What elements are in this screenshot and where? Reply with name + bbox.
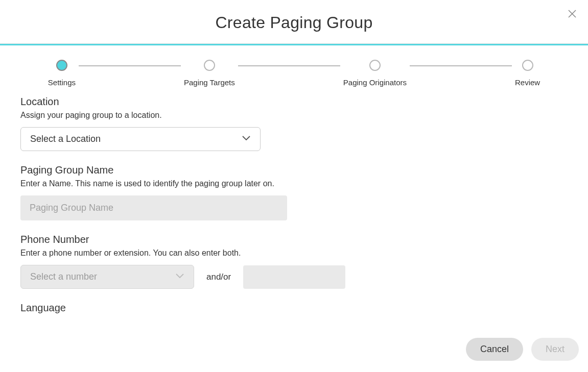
step-connector [410,65,512,66]
paging-group-name-input[interactable] [20,195,287,220]
phone-number-select[interactable]: Select a number [20,265,194,289]
chevron-down-icon [242,135,251,144]
step-settings[interactable]: Settings [48,60,76,87]
extension-input[interactable] [243,265,345,289]
close-icon [568,11,577,20]
step-circle-icon [369,60,381,71]
step-review[interactable]: Review [515,60,540,87]
step-circle-icon [204,60,215,71]
next-button[interactable]: Next [531,338,579,361]
step-circle-icon [56,60,67,71]
location-section: Location Assign your paging group to a l… [20,96,568,151]
phone-select-text: Select a number [30,271,97,282]
andor-label: and/or [206,272,231,282]
location-select-text: Select a Location [30,134,101,144]
step-paging-originators[interactable]: Paging Originators [343,60,407,87]
modal-header: Create Paging Group [0,0,588,43]
modal-title: Create Paging Group [0,13,588,32]
stepper: Settings Paging Targets Paging Originato… [0,45,588,96]
step-label: Paging Originators [343,78,407,87]
name-section: Paging Group Name Enter a Name. This nam… [20,164,568,220]
step-label: Review [515,78,540,87]
chevron-down-icon [175,272,184,282]
close-button[interactable] [568,9,577,20]
step-label: Settings [48,78,76,87]
modal-footer: Cancel Next [0,330,588,372]
phone-row: Select a number and/or [20,265,568,289]
location-title: Location [20,96,568,108]
location-select[interactable]: Select a Location [20,127,261,151]
step-circle-icon [522,60,533,71]
cancel-button[interactable]: Cancel [466,338,523,361]
language-title: Language [20,302,568,314]
phone-title: Phone Number [20,234,568,245]
location-description: Assign your paging group to a location. [20,111,568,120]
phone-section: Phone Number Enter a phone number or ext… [20,234,568,289]
language-description: Select the paging group language [20,317,568,317]
phone-description: Enter a phone number or extension. You c… [20,249,568,258]
name-title: Paging Group Name [20,164,568,176]
step-paging-targets[interactable]: Paging Targets [184,60,235,87]
step-connector [79,65,181,66]
language-section: Language Select the paging group languag… [20,302,568,317]
name-description: Enter a Name. This name is used to ident… [20,179,568,188]
step-connector [238,65,340,66]
form-scroll-area[interactable]: Location Assign your paging group to a l… [0,96,588,317]
step-label: Paging Targets [184,78,235,87]
